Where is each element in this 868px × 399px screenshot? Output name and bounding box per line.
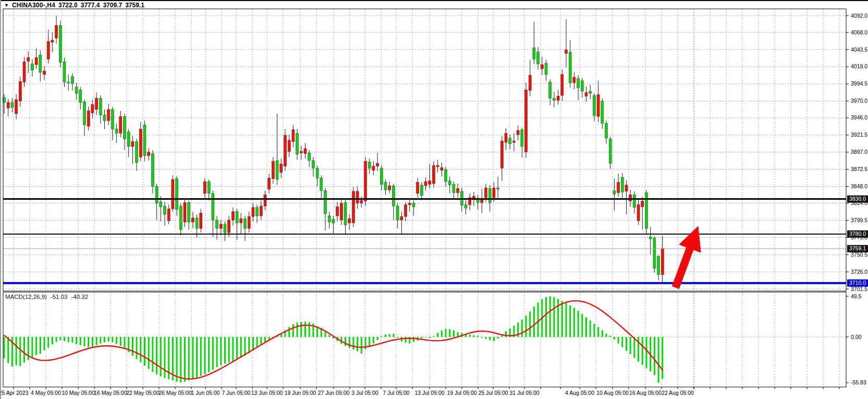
candle-bullish[interactable] [43, 71, 46, 75]
candle-bullish[interactable] [27, 58, 30, 62]
candle-bullish[interactable] [348, 219, 351, 223]
candle-bullish[interactable] [336, 207, 339, 215]
candle-bullish[interactable] [441, 167, 443, 170]
candle-bearish[interactable] [577, 79, 580, 88]
candle-bearish[interactable] [328, 216, 331, 222]
candle-bearish[interactable] [553, 98, 555, 100]
candle-bullish[interactable] [231, 212, 234, 220]
candle-bearish[interactable] [613, 191, 616, 195]
candle-bearish[interactable] [207, 182, 210, 194]
candle-bearish[interactable] [649, 237, 652, 239]
time-axis-label[interactable]: 16 May 05:00 [94, 390, 127, 396]
candle-bearish[interactable] [633, 195, 635, 208]
candle-bullish[interactable] [228, 220, 230, 233]
candle-bullish[interactable] [432, 165, 435, 184]
candle-bullish[interactable] [585, 93, 588, 96]
candle-bullish[interactable] [200, 213, 202, 228]
candle-bearish[interactable] [99, 98, 102, 115]
candle-bullish[interactable] [400, 216, 403, 220]
candle-bullish[interactable] [23, 62, 26, 82]
candle-bearish[interactable] [609, 139, 612, 163]
candle-bullish[interactable] [191, 218, 194, 222]
candle-bearish[interactable] [533, 48, 535, 59]
candle-bullish[interactable] [485, 188, 487, 198]
candle-bearish[interactable] [589, 91, 592, 93]
candle-bearish[interactable] [136, 142, 138, 163]
candle-bearish[interactable] [396, 206, 399, 220]
candle-bullish[interactable] [248, 216, 250, 228]
candle-bullish[interactable] [517, 130, 519, 135]
time-axis-label[interactable]: 13 Jul 05:00 [414, 390, 444, 396]
candle-bullish[interactable] [19, 81, 21, 101]
macd-axis-zero[interactable]: 0.00 [851, 334, 862, 340]
candle-bullish[interactable] [7, 102, 9, 108]
candle-bearish[interactable] [124, 116, 126, 139]
candle-bearish[interactable] [453, 184, 455, 192]
candle-bearish[interactable] [63, 62, 66, 82]
candle-bearish[interactable] [392, 186, 395, 206]
candle-bearish[interactable] [645, 193, 648, 228]
candle-bearish[interactable] [380, 168, 383, 185]
candle-bearish[interactable] [593, 95, 595, 116]
candle-bullish[interactable] [625, 185, 628, 191]
candle-bearish[interactable] [445, 170, 447, 182]
candle-bearish[interactable] [549, 82, 552, 98]
time-axis-label[interactable]: 13 Jun 05:00 [251, 390, 283, 396]
candle-bearish[interactable] [39, 55, 42, 72]
candle-bearish[interactable] [79, 90, 82, 102]
price-axis-label[interactable]: 3799.5 [851, 217, 867, 223]
candle-bullish[interactable] [505, 133, 507, 142]
candle-bullish[interactable] [284, 135, 287, 166]
candle-bullish[interactable] [119, 116, 122, 133]
time-axis-label[interactable]: 4 Aug 05:00 [565, 390, 594, 396]
candle-bearish[interactable] [488, 188, 491, 202]
symbol-dropdown-icon[interactable]: ▼ [4, 3, 9, 8]
candle-bullish[interactable] [408, 203, 411, 205]
candle-bearish[interactable] [224, 224, 226, 233]
candle-bearish[interactable] [103, 115, 106, 121]
candle-bullish[interactable] [565, 50, 568, 54]
candle-bullish[interactable] [641, 201, 644, 207]
candle-bearish[interactable] [312, 161, 314, 168]
candle-bearish[interactable] [316, 168, 319, 178]
price-axis-label[interactable]: 3946.0 [851, 114, 867, 120]
candle-bullish[interactable] [356, 191, 359, 203]
candle-bearish[interactable] [605, 124, 608, 138]
price-axis-label[interactable]: 3994.5 [851, 80, 867, 87]
candle-bullish[interactable] [260, 206, 262, 216]
candle-bullish[interactable] [597, 95, 600, 117]
price-axis-label[interactable]: 4092.0 [851, 13, 867, 19]
time-axis-label[interactable]: 22 May 05:00 [126, 390, 160, 396]
candle-bullish[interactable] [131, 142, 134, 147]
candle-bullish[interactable] [35, 58, 38, 65]
time-axis-label[interactable]: 3 Jul 05:00 [351, 390, 378, 396]
candle-bullish[interactable] [360, 200, 363, 203]
candle-bearish[interactable] [296, 133, 299, 154]
candle-bearish[interactable] [71, 77, 74, 83]
candle-bullish[interactable] [87, 111, 90, 127]
candle-bearish[interactable] [276, 161, 278, 179]
candle-bullish[interactable] [637, 204, 640, 221]
candle-bearish[interactable] [151, 153, 154, 186]
candle-bullish[interactable] [219, 224, 222, 228]
candle-bullish[interactable] [457, 188, 459, 192]
candle-bearish[interactable] [621, 177, 624, 192]
candle-bearish[interactable] [653, 238, 656, 269]
candle-bullish[interactable] [272, 161, 274, 179]
time-axis-label[interactable]: 7 Jul 05:00 [383, 390, 410, 396]
candle-bearish[interactable] [601, 101, 604, 124]
candle-bullish[interactable] [148, 152, 150, 156]
time-axis-label[interactable]: 26 May 05:00 [158, 390, 192, 396]
candle-bearish[interactable] [420, 185, 423, 196]
candle-bearish[interactable] [31, 64, 33, 70]
candle-bearish[interactable] [412, 203, 415, 207]
time-axis-label[interactable]: 25 Apr 2023 [0, 390, 28, 396]
candle-bearish[interactable] [155, 186, 158, 203]
candle-bearish[interactable] [143, 125, 146, 155]
candle-bullish[interactable] [376, 163, 379, 166]
candle-bullish[interactable] [252, 208, 254, 216]
price-axis-label[interactable]: 4068.0 [851, 29, 867, 35]
candle-bullish[interactable] [184, 202, 186, 222]
price-axis-label[interactable]: 3970.0 [851, 98, 867, 104]
candle-bearish[interactable] [11, 102, 14, 107]
